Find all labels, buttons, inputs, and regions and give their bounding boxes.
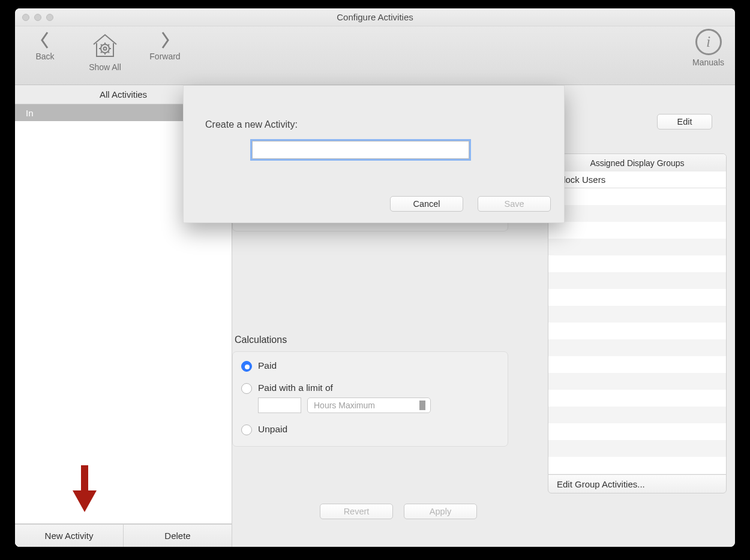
manuals-button[interactable]: i Manuals [692, 28, 724, 67]
limit-unit-select[interactable]: Hours Maximum ▲▼ [307, 398, 431, 413]
svg-line-8 [108, 44, 109, 46]
svg-point-1 [104, 47, 107, 50]
svg-line-7 [108, 52, 109, 53]
groups-tab[interactable]: Assigned Display Groups [548, 154, 726, 172]
chevron-left-icon [39, 30, 51, 50]
titlebar: Configure Activities [15, 8, 735, 26]
groups-row[interactable]: eClock Users [548, 171, 727, 188]
option-label: Paid with a limit of [258, 383, 333, 393]
forward-button[interactable]: Forward [143, 30, 187, 72]
back-label: Back [35, 52, 54, 61]
option-paid-limit[interactable]: Paid with a limit of [241, 383, 499, 394]
option-label: Paid [258, 360, 277, 371]
radio-icon [241, 383, 252, 394]
save-button[interactable]: Save [478, 196, 551, 212]
cancel-button[interactable]: Cancel [390, 196, 463, 212]
back-button[interactable]: Back [23, 30, 67, 72]
updown-icon: ▲▼ [421, 400, 427, 411]
delete-activity-button[interactable]: Delete [124, 525, 232, 547]
app-window: Configure Activities Back [15, 8, 735, 547]
show-all-button[interactable]: Show All [83, 30, 127, 72]
calculations-panel: Paid Paid with a limit of Hours Maximum … [232, 351, 508, 447]
manuals-label: Manuals [692, 58, 724, 67]
groups-list[interactable] [548, 188, 727, 474]
sidebar-footer: New Activity Delete [15, 524, 232, 547]
forward-label: Forward [149, 52, 180, 61]
window-title: Configure Activities [15, 12, 735, 22]
radio-icon [241, 361, 252, 372]
svg-line-9 [101, 52, 102, 53]
home-gear-icon [91, 30, 119, 61]
info-icon: i [695, 29, 722, 55]
dialog-prompt: Create a new Activity: [205, 119, 298, 130]
arrow-annotation-icon [70, 465, 99, 512]
revert-button[interactable]: Revert [320, 504, 393, 519]
edit-group-activities-button[interactable]: Edit Group Activities... [548, 474, 727, 493]
edit-button[interactable]: Edit [657, 114, 712, 130]
option-unpaid[interactable]: Unpaid [241, 424, 499, 435]
svg-point-0 [101, 44, 109, 53]
activity-name-input[interactable] [252, 141, 469, 159]
chevron-right-icon [159, 30, 171, 50]
select-value: Hours Maximum [314, 401, 375, 410]
radio-icon [241, 424, 252, 435]
toolbar: Back Show All [15, 26, 735, 85]
new-activity-button[interactable]: New Activity [15, 525, 124, 547]
new-activity-dialog: Create a new Activity: Cancel Save [183, 85, 565, 223]
option-paid[interactable]: Paid [241, 360, 499, 372]
svg-line-6 [101, 44, 102, 46]
limit-amount-input[interactable] [258, 398, 301, 413]
show-all-label: Show All [89, 62, 121, 72]
apply-button[interactable]: Apply [404, 504, 477, 519]
calculations-title: Calculations [235, 335, 287, 345]
option-label: Unpaid [258, 424, 287, 435]
form-actions: Revert Apply [320, 504, 477, 519]
